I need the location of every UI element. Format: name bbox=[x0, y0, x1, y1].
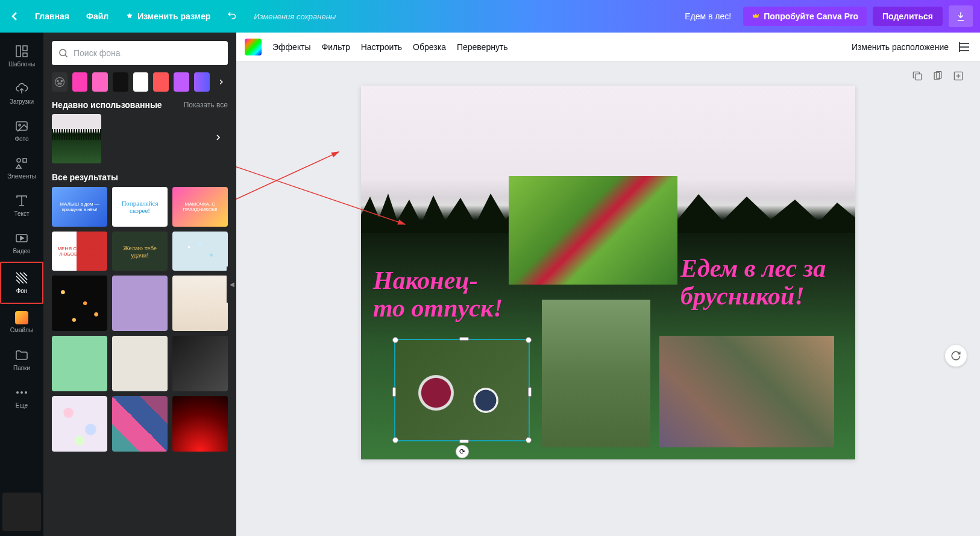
effects-button[interactable]: Эффекты bbox=[272, 42, 311, 52]
rail-emoji[interactable]: Смайлы bbox=[2, 304, 41, 340]
side-panel: Недавно использованные Показать все Все … bbox=[43, 33, 236, 536]
show-all-link[interactable]: Показать все bbox=[184, 101, 228, 109]
color-row bbox=[52, 72, 228, 92]
search-icon bbox=[58, 48, 69, 58]
rail-text[interactable]: Текст bbox=[2, 187, 41, 223]
bg-thumb-bokeh-dark[interactable] bbox=[52, 276, 107, 331]
resize-handle[interactable] bbox=[459, 440, 469, 443]
text-element-2[interactable]: Едем в лес за брусникой! bbox=[680, 254, 849, 310]
bg-thumb-bokeh-pastel[interactable] bbox=[52, 396, 107, 452]
svg-marker-7 bbox=[16, 165, 21, 168]
rail-video[interactable]: Видео bbox=[2, 224, 41, 260]
duplicate-page-icon[interactable] bbox=[911, 70, 923, 82]
search-input[interactable] bbox=[74, 48, 222, 58]
svg-point-19 bbox=[61, 80, 63, 82]
file-menu[interactable]: Файл bbox=[78, 11, 117, 21]
share-button[interactable]: Поделиться bbox=[873, 7, 943, 26]
svg-point-15 bbox=[60, 49, 66, 56]
resize-handle[interactable] bbox=[392, 337, 398, 343]
resize-handle[interactable] bbox=[459, 337, 469, 341]
svg-point-21 bbox=[60, 83, 61, 84]
swatch-3[interactable] bbox=[113, 72, 128, 92]
svg-rect-6 bbox=[23, 159, 27, 162]
resize-handle[interactable] bbox=[392, 387, 396, 397]
template-thumb[interactable]: МАМОЧКА, С ПРАЗДНИКОМ! bbox=[172, 187, 228, 227]
resize-handle[interactable] bbox=[526, 337, 532, 343]
svg-rect-26 bbox=[916, 74, 922, 80]
home-button[interactable]: Главная bbox=[27, 11, 78, 21]
swatch-6[interactable] bbox=[174, 72, 189, 92]
svg-point-14 bbox=[25, 391, 27, 394]
adjust-button[interactable]: Настроить bbox=[361, 42, 402, 52]
position-button[interactable]: Изменить расположение bbox=[852, 42, 949, 52]
collage-image-bowls-selected[interactable]: ⟳ bbox=[394, 339, 530, 441]
crop-button[interactable]: Обрезка bbox=[413, 42, 446, 52]
bg-thumb-mint[interactable] bbox=[52, 336, 107, 391]
collage-image-person[interactable] bbox=[542, 300, 650, 447]
rail-templates[interactable]: Шаблоны bbox=[2, 37, 41, 74]
swatch-7[interactable] bbox=[194, 72, 210, 92]
copy-page-icon[interactable] bbox=[932, 70, 944, 82]
bg-thumb-gradient-dark[interactable] bbox=[172, 336, 228, 391]
svg-point-13 bbox=[20, 391, 23, 394]
try-pro-button[interactable]: Попробуйте Canva Pro bbox=[743, 7, 867, 26]
template-thumb[interactable]: Поправляйся скорее! bbox=[112, 187, 168, 227]
svg-point-18 bbox=[57, 80, 58, 82]
swatch-5[interactable] bbox=[153, 72, 169, 92]
swatch-4[interactable] bbox=[133, 72, 149, 92]
download-button[interactable] bbox=[949, 5, 973, 27]
design-title-input[interactable]: Едем в лес! bbox=[679, 8, 737, 25]
rail-uploads[interactable]: Загрузки bbox=[2, 75, 41, 111]
bg-thumb-lowpoly[interactable] bbox=[112, 396, 168, 452]
rail-photo[interactable]: Фото bbox=[2, 112, 41, 148]
swatch-1[interactable] bbox=[72, 72, 88, 92]
rail-thumbnails[interactable] bbox=[2, 493, 41, 531]
back-icon[interactable] bbox=[7, 9, 22, 24]
rail-more[interactable]: Еще bbox=[2, 379, 41, 415]
svg-marker-11 bbox=[20, 236, 24, 240]
design-page[interactable]: ⟳ Наконец-то отпуск! Едем в лес за брусн… bbox=[361, 86, 855, 459]
svg-rect-2 bbox=[23, 53, 27, 57]
text-element-1[interactable]: Наконец-то отпуск! bbox=[373, 266, 506, 322]
resize-handle[interactable] bbox=[528, 387, 532, 397]
swatch-2[interactable] bbox=[92, 72, 108, 92]
recent-label: Недавно использованные bbox=[52, 100, 162, 110]
rail-background[interactable]: Фон bbox=[2, 264, 41, 300]
color-wheel-button[interactable] bbox=[52, 72, 68, 92]
flip-button[interactable]: Перевернуть bbox=[457, 42, 508, 52]
bg-thumb-beige[interactable] bbox=[172, 276, 228, 331]
recent-next-icon[interactable] bbox=[209, 128, 228, 150]
recent-bg-thumb[interactable] bbox=[52, 114, 101, 163]
svg-point-5 bbox=[17, 159, 20, 162]
svg-rect-1 bbox=[23, 46, 27, 51]
bg-thumb-red-dots[interactable] bbox=[172, 396, 228, 452]
rail-elements[interactable]: Элементы bbox=[2, 150, 41, 186]
bg-thumb-bokeh-light[interactable] bbox=[172, 232, 228, 271]
svg-rect-0 bbox=[16, 46, 20, 57]
collage-image-moss[interactable] bbox=[659, 336, 834, 447]
svg-line-32 bbox=[236, 152, 339, 291]
bg-thumb-purple[interactable] bbox=[112, 276, 168, 331]
template-thumb[interactable]: МЕНЯ СОГРЕВАЕТ ЛЮБОВЬ К ТЕБЕ! bbox=[52, 232, 107, 271]
context-toolbar: Эффекты Фильтр Настроить Обрезка Перевер… bbox=[236, 33, 980, 61]
resize-handle[interactable] bbox=[526, 437, 532, 443]
all-results-label: Все результаты bbox=[52, 172, 118, 182]
layers-icon[interactable] bbox=[957, 40, 972, 54]
rotate-handle[interactable]: ⟳ bbox=[456, 445, 469, 458]
svg-point-20 bbox=[58, 83, 60, 84]
undo-icon[interactable] bbox=[219, 10, 247, 23]
bg-thumb-paper[interactable] bbox=[112, 336, 168, 391]
template-thumb[interactable]: Желаю тебе удачи! bbox=[112, 232, 168, 271]
collage-image-bush[interactable] bbox=[509, 176, 677, 285]
search-box bbox=[52, 41, 228, 65]
sync-icon[interactable] bbox=[945, 345, 967, 367]
resize-button[interactable]: Изменить размер bbox=[117, 11, 219, 21]
add-page-icon[interactable] bbox=[952, 70, 964, 82]
color-next-icon[interactable] bbox=[215, 72, 228, 92]
image-color-button[interactable] bbox=[245, 39, 262, 55]
svg-point-12 bbox=[16, 391, 19, 394]
template-thumb[interactable]: МАЛЫШ в дом — праздник в нём! bbox=[52, 187, 107, 227]
filter-button[interactable]: Фильтр bbox=[322, 42, 350, 52]
resize-handle[interactable] bbox=[392, 437, 398, 443]
rail-folders[interactable]: Папки bbox=[2, 341, 41, 377]
